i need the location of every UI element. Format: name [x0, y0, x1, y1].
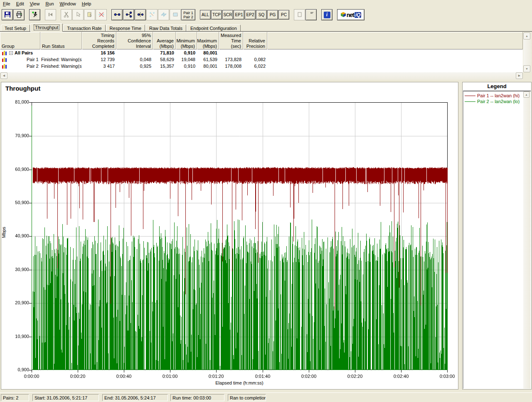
tab-endpoint-configuration[interactable]: Endpoint Configuration — [187, 25, 241, 32]
y-tick-label: 0,900 — [8, 367, 29, 372]
filter-pg-button[interactable]: PG — [267, 10, 278, 20]
col-filler — [267, 32, 523, 50]
filter-sq-button[interactable]: SQ — [256, 10, 267, 20]
notes-button[interactable] — [305, 9, 317, 20]
y-tick-label: 70,900 — [8, 133, 29, 138]
notes-icon — [308, 11, 315, 19]
stop-icon — [47, 11, 54, 19]
results-table-body: - All Pairs 16 156 71,810 0,910 80,001 P… — [0, 49, 523, 73]
netiq-iq-text: iQ — [355, 12, 362, 18]
add-pair-icon — [114, 11, 121, 19]
swap-endpoints-icon — [160, 11, 167, 19]
tab-response-time[interactable]: Response Time — [106, 25, 145, 32]
pair2-line-swatch — [465, 101, 475, 102]
filter-ep1-button[interactable]: EP1 — [234, 10, 244, 20]
status-bar: Pairs: 2 Start: 31.05.2006, 5:21:17 End:… — [0, 392, 532, 402]
tab-throughput[interactable]: Throughput — [30, 23, 63, 32]
x-tick-label: 0:03:00 — [434, 374, 460, 379]
x-axis-title: Elapsed time (h:mm:ss) — [198, 380, 281, 385]
report-icon — [296, 11, 303, 19]
menu-edit[interactable]: Edit — [13, 0, 27, 7]
cut-icon — [63, 11, 70, 19]
status-pairs: Pairs: 2 — [1, 394, 29, 401]
edit-pair-button[interactable] — [135, 9, 146, 20]
delete-button — [96, 9, 107, 20]
pair-list-button[interactable]: Pair 1 Pair 2 — [181, 9, 195, 20]
y-tick-label: 20,900 — [8, 300, 29, 305]
menu-run[interactable]: Run — [42, 0, 57, 7]
legend-label: Pair 1 -- lan2wan (hi) — [477, 93, 520, 98]
report-button — [294, 9, 305, 20]
x-tick-label: 0:00:40 — [111, 374, 137, 379]
add-group-button[interactable] — [123, 9, 134, 20]
pairs-chart-icon — [2, 50, 7, 55]
tab-transaction-rate[interactable]: Transaction Rate — [63, 25, 105, 32]
table-row-all-pairs[interactable]: - All Pairs 16 156 71,810 0,910 80,001 — [0, 49, 523, 56]
cut-button — [61, 9, 72, 20]
select-tool-icon — [172, 11, 179, 19]
print-button[interactable] — [13, 9, 25, 20]
col-run-status[interactable]: Run Status — [40, 32, 82, 50]
add-group-icon — [126, 11, 132, 19]
status-start-time: Start: 31.05.2006, 5:21:17 — [32, 394, 99, 401]
pair-list-line2: Pair 2 — [183, 15, 193, 19]
collapse-toggle[interactable]: - — [9, 51, 13, 55]
legend-title: Legend — [463, 82, 531, 90]
scroll-right-button[interactable]: ▶ — [516, 72, 523, 79]
add-pair-button[interactable] — [111, 9, 123, 20]
menu-view[interactable]: View — [27, 0, 43, 7]
y-tick-label: 40,900 — [8, 233, 29, 238]
delete-icon — [98, 11, 105, 19]
tab-strip: Test Setup Throughput Transaction Rate R… — [1, 23, 532, 32]
scroll-left-button[interactable]: ◀ — [0, 72, 7, 79]
filter-all-button[interactable]: ALL — [200, 10, 211, 20]
edit-pair-icon — [137, 11, 144, 19]
filter-ep2-button[interactable]: EP2 — [245, 10, 256, 20]
scroll-up-button[interactable]: ▲ — [523, 32, 530, 39]
save-button[interactable] — [2, 9, 13, 20]
run-test-button[interactable] — [29, 9, 40, 20]
scroll-up-button[interactable]: ▲ — [523, 91, 530, 98]
scroll-down-button[interactable]: ▼ — [523, 65, 530, 72]
col-relative-precision[interactable]: Relative Precision — [243, 32, 267, 50]
group-label: Pair 2 — [27, 63, 39, 69]
copy-button — [72, 9, 84, 20]
help-button[interactable]: i — [321, 9, 332, 20]
pair-list-line1: Pair 1 — [183, 11, 193, 15]
group-label: All Pairs — [15, 49, 33, 56]
table-row-pair-2[interactable]: Pair 2 Finished: Warning(s) 3 417 0,925 … — [0, 63, 523, 69]
toolbar: Pair 1 Pair 2 ALL TCP SCR EP1 EP2 SQ PG … — [0, 7, 532, 22]
replicate-pair-button — [146, 9, 158, 20]
filter-tcp-button[interactable]: TCP — [211, 10, 222, 20]
pair1-line-swatch — [465, 96, 475, 96]
col-maximum[interactable]: Maximum (Mbps) — [197, 32, 219, 50]
tab-test-setup[interactable]: Test Setup — [1, 25, 30, 32]
col-minimum[interactable]: Minimum (Mbps) — [176, 32, 197, 50]
legend-scrollbar[interactable]: ▲ — [523, 91, 530, 389]
legend-panel: Legend Pair 1 -- lan2wan (hi) Pair 2 -- … — [462, 82, 532, 390]
menu-help[interactable]: Help — [79, 0, 94, 7]
legend-entry-pair1[interactable]: Pair 1 -- lan2wan (hi) — [465, 93, 530, 99]
col-measured-time[interactable]: Measured Time (sec) — [219, 32, 243, 50]
menu-file[interactable]: File — [0, 0, 13, 7]
y-tick-label: 10,900 — [8, 334, 29, 339]
x-tick-label: 0:00:00 — [19, 374, 44, 379]
netiq-logo-button[interactable]: net iQ — [337, 9, 365, 20]
table-horizontal-scrollbar[interactable]: ◀ ▶ — [0, 72, 523, 80]
tab-raw-data-totals[interactable]: Raw Data Totals — [145, 25, 186, 32]
legend-entry-pair2[interactable]: Pair 2 -- lan2wan (lo) — [465, 99, 530, 104]
table-vertical-scrollbar[interactable]: ▲ ▼ — [523, 32, 531, 72]
y-tick-label: 30,900 — [8, 267, 29, 272]
paste-button — [84, 9, 95, 20]
filter-scr-button[interactable]: SCR — [222, 10, 233, 20]
col-confidence[interactable]: 95% Confidence Interval — [116, 32, 153, 50]
x-tick-label: 0:02:00 — [296, 374, 322, 379]
col-average[interactable]: Average (Mbps) — [153, 32, 176, 50]
filter-pc-button[interactable]: PC — [278, 10, 289, 20]
col-timing-records[interactable]: Timing Records Completed — [82, 32, 116, 50]
menu-bar: File Edit View Run Window Help — [0, 0, 532, 7]
col-group[interactable]: Group — [0, 32, 40, 50]
status-run-time: Run time: 00:03:00 — [170, 394, 224, 401]
table-row-pair-1[interactable]: Pair 1 Finished: Warning(s) 12 739 0,048… — [0, 56, 523, 63]
menu-window[interactable]: Window — [57, 0, 79, 7]
